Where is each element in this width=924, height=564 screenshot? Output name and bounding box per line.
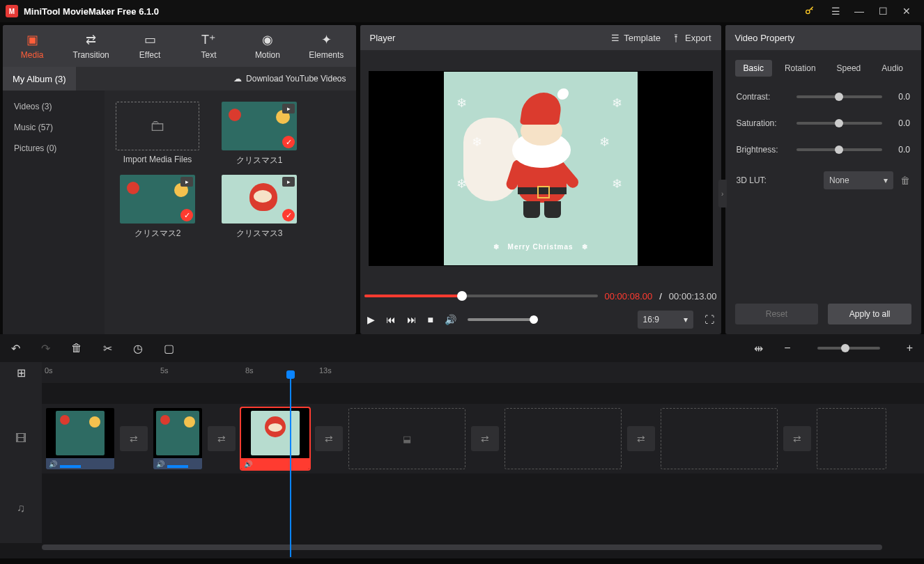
prop-tab-basic[interactable]: Basic <box>735 60 772 77</box>
template-icon: ☰ <box>611 33 619 43</box>
delete-button[interactable]: 🗑 <box>71 342 82 354</box>
undo-button[interactable]: ↶ <box>11 342 20 355</box>
close-icon[interactable]: ✕ <box>895 6 918 17</box>
redo-button[interactable]: ↷ <box>41 342 50 355</box>
hamburger-menu-icon[interactable]: ☰ <box>824 6 847 17</box>
tab-transition[interactable]: ⇄ Transition <box>61 25 120 67</box>
prev-frame-button[interactable]: ⏮ <box>386 314 396 325</box>
tab-motion[interactable]: ◉ Motion <box>238 25 297 67</box>
fit-timeline-button[interactable]: ⇹ <box>754 342 763 355</box>
brightness-slider[interactable] <box>796 148 882 151</box>
aspect-ratio-select[interactable]: 16:9 ▾ <box>638 311 693 329</box>
volume-slider[interactable] <box>468 318 534 321</box>
property-title: Video Property <box>735 33 911 43</box>
prop-tab-audio[interactable]: Audio <box>873 60 911 77</box>
transition-slot[interactable]: ⇄ <box>471 426 499 451</box>
chevron-down-icon: ▾ <box>884 175 888 185</box>
template-button[interactable]: ☰ Template <box>611 33 661 43</box>
timeline-toolbar: ↶ ↷ 🗑 ✂ ◷ ▢ ⇹ − + <box>0 334 924 362</box>
media-item-3-label: クリスマス3 <box>217 228 301 240</box>
media-sub-row: My Album (3) ☁ Download YouTube Videos <box>3 67 356 91</box>
split-button[interactable]: ✂ <box>103 342 112 355</box>
music-icon: ♫ <box>17 502 25 515</box>
empty-clip-slot[interactable] <box>505 408 622 469</box>
transition-slot[interactable]: ⇄ <box>315 426 343 451</box>
folder-open-icon: 🗀 <box>150 117 165 135</box>
music-track-content[interactable] <box>42 473 924 543</box>
fullscreen-button[interactable]: ⛶ <box>704 314 714 325</box>
timeline-scrollbar[interactable] <box>0 543 924 551</box>
zoom-out-button[interactable]: − <box>784 342 790 354</box>
tab-elements[interactable]: ✦ Elements <box>297 25 355 67</box>
seek-knob[interactable] <box>457 291 467 301</box>
minimize-icon[interactable]: — <box>847 6 871 17</box>
timeline-clip-1[interactable]: 🔊 <box>46 408 114 469</box>
empty-clip-slot[interactable] <box>817 408 886 469</box>
volume-icon[interactable]: 🔊 <box>445 314 456 325</box>
ruler-tick: 8s <box>245 366 254 375</box>
ruler-tick: 5s <box>160 366 169 375</box>
sidenav-pictures[interactable]: Pictures (0) <box>3 138 105 159</box>
prop-tab-rotation[interactable]: Rotation <box>776 60 824 77</box>
tab-effect[interactable]: ▭ Effect <box>121 25 179 67</box>
crop-button[interactable]: ▢ <box>164 342 174 355</box>
export-label: Export <box>685 33 711 43</box>
import-media-tile[interactable]: 🗀 Import Media Files <box>116 102 199 166</box>
timeline-clip-2[interactable]: 🔊 <box>153 408 202 469</box>
tab-transition-label: Transition <box>73 50 109 60</box>
stop-button[interactable]: ■ <box>428 314 433 325</box>
transition-slot[interactable]: ⇄ <box>783 426 811 451</box>
timeline-ruler-row: ⊞ 0s 5s 8s 13s <box>0 362 924 383</box>
contrast-slider[interactable] <box>796 95 882 98</box>
next-frame-button[interactable]: ⏭ <box>407 314 417 325</box>
time-separator: / <box>659 291 662 301</box>
time-total: 00:00:13.00 <box>669 291 717 301</box>
transition-slot[interactable]: ⇄ <box>120 426 148 451</box>
transition-slot[interactable]: ⇄ <box>208 426 236 451</box>
tab-media-label: Media <box>21 50 44 60</box>
brightness-value: 0.0 <box>889 145 910 155</box>
tab-elements-label: Elements <box>309 50 344 60</box>
video-track-content[interactable]: 🔊 ⇄ 🔊 ⇄ 🔊 ⇄ ⬓ ⇄ ⇄ ⇄ <box>42 404 924 473</box>
motion-icon: ◉ <box>262 32 273 47</box>
contrast-row: Contrast: 0.0 <box>725 84 921 110</box>
panel-collapse-handle[interactable]: › <box>718 180 727 207</box>
player-preview[interactable]: ❄❄❄ ❄❄❄ ❄Merry Christmas❄ <box>369 71 713 266</box>
speed-button[interactable]: ◷ <box>133 342 143 355</box>
reset-button[interactable]: Reset <box>735 304 819 324</box>
apply-to-all-button[interactable]: Apply to all <box>828 304 911 324</box>
chevron-down-icon: ▾ <box>684 315 688 324</box>
speaker-icon: 🔊 <box>244 460 252 468</box>
media-item-3[interactable]: ▸ ✓ クリスマス3 <box>217 175 301 240</box>
license-key-icon[interactable] <box>804 5 815 18</box>
zoom-slider[interactable] <box>817 347 880 350</box>
saturation-slider[interactable] <box>796 122 882 125</box>
transition-slot[interactable]: ⇄ <box>627 426 655 451</box>
seek-bar[interactable]: 00:00:08.00 / 00:00:13.00 <box>360 287 721 305</box>
contrast-label: Contrast: <box>737 92 790 102</box>
media-item-2[interactable]: ▸ ✓ クリスマス2 <box>116 175 199 240</box>
lut-delete-icon[interactable]: 🗑 <box>900 175 910 186</box>
tab-text[interactable]: T⁺ Text <box>179 25 238 67</box>
maximize-icon[interactable]: ☐ <box>871 6 895 17</box>
sidenav-music[interactable]: Music (57) <box>3 117 105 138</box>
prop-tab-speed[interactable]: Speed <box>829 60 870 77</box>
seek-track[interactable] <box>364 295 598 297</box>
lut-select[interactable]: None ▾ <box>824 171 893 189</box>
tab-media[interactable]: ▣ Media <box>3 25 61 67</box>
add-track-button[interactable]: ⊞ <box>17 366 26 379</box>
empty-clip-slot[interactable]: ⬓ <box>348 408 465 469</box>
check-badge-icon: ✓ <box>282 209 295 221</box>
sidenav-videos[interactable]: Videos (3) <box>3 96 105 117</box>
empty-clip-slot[interactable] <box>661 408 778 469</box>
media-item-1[interactable]: ▸ ✓ クリスマス1 <box>217 102 301 166</box>
play-button[interactable]: ▶ <box>367 314 375 325</box>
timeline-clip-3[interactable]: 🔊 <box>241 408 309 469</box>
saturation-value: 0.0 <box>889 118 910 128</box>
playhead[interactable] <box>290 376 291 557</box>
zoom-in-button[interactable]: + <box>907 342 913 354</box>
my-album-tab[interactable]: My Album (3) <box>3 67 76 91</box>
export-button[interactable]: ⭱ Export <box>672 33 711 43</box>
download-youtube-link[interactable]: ☁ Download YouTube Videos <box>224 74 355 84</box>
preview-caption: ❄Merry Christmas❄ <box>444 240 638 253</box>
